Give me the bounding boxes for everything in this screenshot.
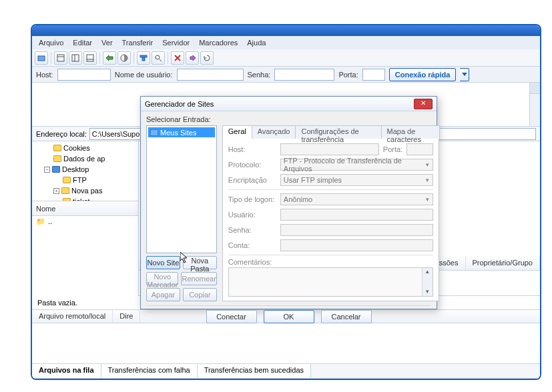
col-proprietario[interactable]: Proprietário/Grupo [466, 256, 541, 270]
renomear-button[interactable]: Renomear [181, 272, 216, 285]
dialog-titlebar[interactable]: Gerenciador de Sites ✕ [141, 97, 437, 111]
field-conta-label: Conta: [228, 241, 276, 249]
log-scrollbar[interactable] [529, 83, 540, 126]
tree-ftp[interactable]: FTP [32, 175, 138, 185]
field-enc-select[interactable]: Usar FTP simples▼ [280, 174, 433, 186]
toolbar [32, 49, 540, 67]
disconnect-icon[interactable] [186, 51, 199, 65]
compare-icon[interactable] [117, 51, 131, 65]
close-button[interactable]: ✕ [414, 99, 433, 109]
menu-marcadores[interactable]: Marcadores [195, 37, 242, 48]
local-list-header[interactable]: Nome [32, 201, 138, 216]
titlebar[interactable] [32, 25, 540, 36]
menu-ver[interactable]: Ver [97, 37, 117, 48]
novo-site-button[interactable]: Novo Site [146, 256, 180, 269]
queue-col-file[interactable]: Arquivo remoto/local [32, 310, 113, 323]
menu-servidor[interactable]: Servidor [158, 37, 194, 48]
list-parent-dir[interactable]: 📁.. [32, 216, 138, 227]
senha-input[interactable] [274, 69, 334, 81]
chevron-down-icon: ▼ [425, 162, 430, 168]
queue-col-dir[interactable]: Dire [113, 310, 140, 323]
tree-desktop[interactable]: −Desktop [32, 164, 138, 175]
tree-ticket[interactable]: ticket [32, 196, 138, 201]
chevron-down-icon: ▼ [425, 197, 430, 203]
folder-icon [53, 155, 61, 162]
queue-list[interactable] [32, 323, 540, 363]
user-input[interactable] [177, 69, 244, 81]
comment-scrollbar[interactable]: ▲ ▼ [422, 268, 433, 296]
field-senha-input[interactable] [280, 224, 433, 236]
menu-transferir[interactable]: Transferir [118, 37, 158, 48]
user-label: Nome de usuário: [115, 71, 173, 79]
sync-icon[interactable] [103, 51, 116, 65]
quickconnect-button[interactable]: Conexão rápida [389, 68, 457, 81]
field-comment-input[interactable]: ▲ ▼ [228, 267, 433, 297]
apagar-button[interactable]: Apagar [146, 288, 180, 301]
field-host-label: Host: [228, 145, 276, 153]
menu-ajuda[interactable]: Ajuda [243, 37, 270, 48]
chevron-down-icon: ▼ [425, 177, 430, 183]
field-senha-label: Senha: [228, 226, 276, 234]
queue-tabs: Arquivos na fila Transferências com falh… [32, 363, 540, 378]
expand-icon[interactable]: + [53, 188, 59, 194]
porta-label: Porta: [338, 71, 358, 79]
search-icon[interactable] [152, 51, 165, 65]
tab-transfer[interactable]: Configurações de transferência [295, 125, 381, 139]
desktop-icon [52, 166, 60, 173]
svg-rect-1 [57, 55, 64, 61]
tab-fila[interactable]: Arquivos na fila [32, 364, 101, 378]
sites-icon [150, 129, 158, 136]
site-tree[interactable]: Meus Sites [146, 125, 217, 253]
tree-dados[interactable]: Dados de ap [32, 153, 138, 164]
quickconnect-bar: Host: Nome de usuário: Senha: Porta: Con… [32, 67, 540, 83]
svg-rect-5 [87, 55, 93, 61]
porta-input[interactable] [362, 69, 385, 81]
tab-falha[interactable]: Transferências com falha [101, 364, 198, 378]
local-file-list[interactable]: 📁.. [32, 216, 138, 296]
menubar: Arquivo Editar Ver Transferir Servidor M… [32, 36, 540, 49]
host-input[interactable] [57, 69, 111, 81]
scroll-down-icon[interactable]: ▼ [424, 289, 431, 295]
reconnect-icon[interactable] [200, 51, 214, 65]
tab-avancado[interactable]: Avançado [252, 125, 296, 139]
field-proto-label: Protocolo: [228, 161, 276, 169]
filter-icon[interactable] [137, 51, 150, 65]
toggle-tree-icon[interactable] [69, 51, 82, 65]
dialog-title: Gerenciador de Sites [145, 100, 214, 108]
nova-pasta-button[interactable]: Nova Pasta [183, 256, 217, 269]
tab-succ[interactable]: Transferências bem sucedidas [198, 364, 311, 378]
ok-button[interactable]: OK [264, 310, 314, 323]
novo-marcador-button[interactable]: Novo Marcador [146, 272, 178, 285]
menu-editar[interactable]: Editar [69, 37, 96, 48]
field-logon-select[interactable]: Anônimo▼ [280, 193, 433, 205]
field-conta-input[interactable] [280, 239, 433, 251]
field-comment-label: Comentários: [228, 258, 272, 266]
scroll-up-icon[interactable]: ▲ [424, 269, 431, 275]
field-user-input[interactable] [280, 209, 433, 221]
site-manager-icon[interactable] [35, 51, 48, 65]
tab-charset[interactable]: Mapa de caracteres [381, 125, 441, 139]
field-user-label: Usuário: [228, 211, 276, 219]
copiar-button[interactable]: Copiar [183, 288, 217, 301]
quickconnect-dropdown[interactable] [460, 68, 469, 81]
collapse-icon[interactable]: − [44, 167, 50, 173]
senha-label: Senha: [248, 71, 271, 79]
toggle-log-icon[interactable] [54, 51, 67, 65]
select-entry-label: Selecionar Entrada: [146, 115, 431, 123]
conectar-button[interactable]: Conectar [206, 310, 257, 323]
menu-arquivo[interactable]: Arquivo [35, 37, 67, 48]
field-host-input[interactable] [280, 143, 379, 155]
cancelar-button[interactable]: Cancelar [321, 310, 372, 323]
field-proto-select[interactable]: FTP - Protocolo de Transferência de Arqu… [280, 159, 433, 171]
local-tree[interactable]: Cookies Dados de ap −Desktop FTP +Nova p… [32, 141, 138, 201]
svg-line-11 [160, 59, 162, 61]
field-porta-input[interactable] [406, 143, 433, 155]
tree-cookies[interactable]: Cookies [32, 143, 138, 153]
tree-nova[interactable]: +Nova pas [32, 185, 138, 196]
tab-geral[interactable]: Geral [222, 125, 252, 139]
toggle-queue-icon[interactable] [83, 51, 97, 65]
svg-point-10 [156, 55, 160, 59]
cancel-icon[interactable] [171, 51, 184, 65]
my-sites-node[interactable]: Meus Sites [148, 127, 215, 137]
field-logon-label: Tipo de logon: [228, 195, 276, 203]
